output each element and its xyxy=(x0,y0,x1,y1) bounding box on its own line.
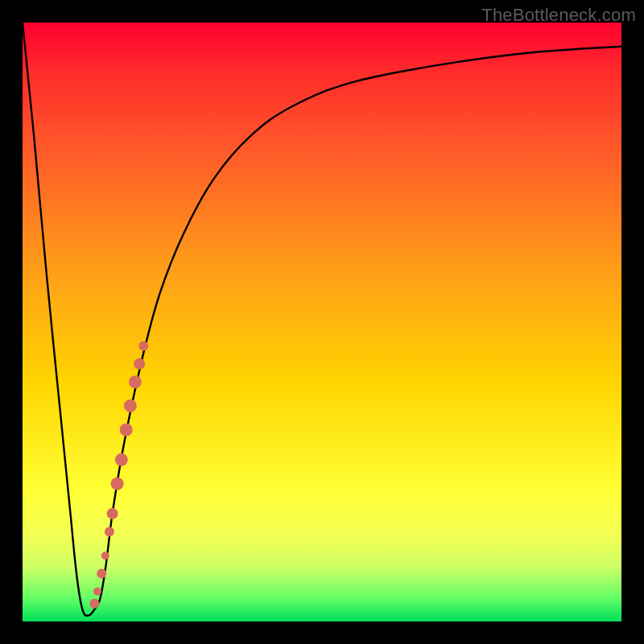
chart-frame: TheBottleneck.com xyxy=(0,0,644,644)
marker-dot xyxy=(111,477,124,490)
marker-dot xyxy=(107,508,118,519)
curve-layer xyxy=(23,23,621,621)
bottleneck-curve xyxy=(23,23,621,616)
marker-dot xyxy=(120,423,133,436)
marker-dot xyxy=(89,599,99,609)
marker-dot xyxy=(124,399,137,412)
marker-dot xyxy=(138,341,148,351)
marker-dot xyxy=(101,551,109,559)
marker-dot xyxy=(93,588,101,596)
watermark-text: TheBottleneck.com xyxy=(481,5,636,26)
marker-dot xyxy=(105,526,114,536)
marker-dot xyxy=(129,375,142,388)
plot-area xyxy=(23,23,621,621)
marker-dot xyxy=(97,569,106,579)
marker-dot xyxy=(115,453,128,466)
marker-dot xyxy=(134,358,145,369)
